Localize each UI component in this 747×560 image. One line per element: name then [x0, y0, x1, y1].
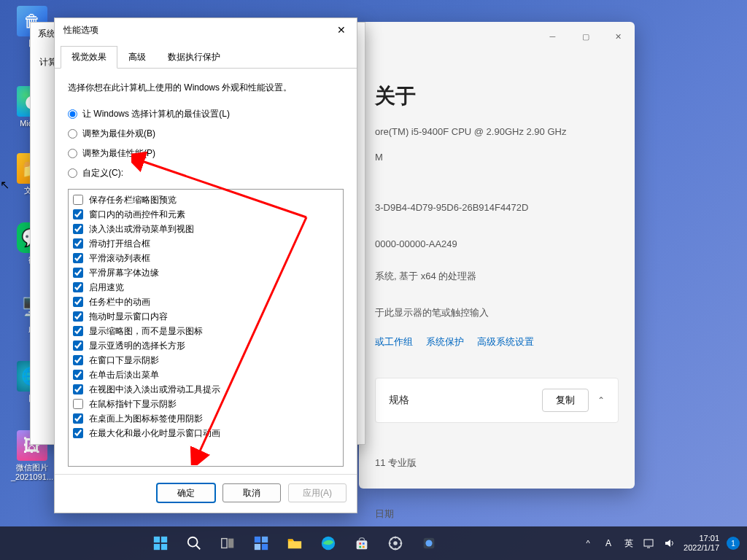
effect-label: 任务栏中的动画 — [89, 296, 150, 308]
widgets-button[interactable] — [247, 529, 276, 558]
radio-custom[interactable]: 自定义(C): — [68, 167, 344, 179]
effect-label: 保存任务栏缩略图预览 — [89, 194, 177, 206]
effect-checkbox[interactable] — [73, 268, 83, 278]
effect-checkbox[interactable] — [73, 428, 83, 438]
cancel-button[interactable]: 取消 — [222, 483, 281, 502]
link-protection[interactable]: 系统保护 — [426, 335, 464, 349]
effect-checkbox-row[interactable]: 在视图中淡入淡出或滑动工具提示 — [73, 382, 338, 397]
effect-checkbox[interactable] — [73, 399, 83, 409]
radio-custom-input[interactable] — [68, 168, 77, 178]
store-icon — [354, 535, 370, 551]
volume-tray-icon[interactable] — [663, 537, 676, 550]
radio-performance[interactable]: 调整为最佳性能(P) — [68, 147, 344, 160]
minimize-button[interactable]: ─ — [536, 26, 569, 47]
effect-checkbox[interactable] — [73, 370, 83, 380]
tab-advanced[interactable]: 高级 — [117, 46, 157, 69]
effect-checkbox[interactable] — [73, 238, 83, 249]
svg-rect-12 — [254, 544, 260, 550]
explorer-button[interactable] — [280, 529, 309, 558]
effect-checkbox-row[interactable]: 平滑屏幕字体边缘 — [73, 265, 338, 280]
radio-appearance-input[interactable] — [68, 129, 77, 139]
notification-badge[interactable]: 1 — [727, 537, 740, 550]
copy-button[interactable]: 复制 — [542, 389, 589, 412]
effect-checkbox[interactable] — [73, 224, 83, 234]
effect-checkbox-row[interactable]: 启用速览 — [73, 280, 338, 295]
svg-rect-13 — [261, 544, 267, 550]
apply-button[interactable]: 应用(A) — [288, 483, 347, 502]
taskbar-tray: ^ A 英 17:01 2022/1/17 1 — [581, 534, 740, 553]
tray-chevron[interactable]: ^ — [581, 537, 595, 550]
svg-rect-25 — [644, 540, 653, 546]
radio-auto[interactable]: 让 Windows 选择计算机的最佳设置(L) — [68, 108, 344, 120]
effect-checkbox[interactable] — [73, 311, 83, 322]
network-tray-icon[interactable] — [643, 537, 656, 550]
effect-checkbox-row[interactable]: 滑动打开组合框 — [73, 236, 338, 251]
effect-label: 在窗口下显示阴影 — [89, 354, 159, 367]
radio-appearance[interactable]: 调整为最佳外观(B) — [68, 128, 344, 140]
effect-label: 在视图中淡入淡出或滑动工具提示 — [89, 384, 220, 396]
ime-mode[interactable]: A — [602, 537, 615, 550]
effect-checkbox[interactable] — [73, 209, 83, 219]
store-button[interactable] — [347, 529, 376, 558]
effect-checkbox[interactable] — [73, 384, 83, 394]
link-advanced[interactable]: 高级系统设置 — [477, 335, 534, 349]
ok-button[interactable]: 确定 — [157, 483, 215, 502]
edge-button[interactable] — [314, 529, 343, 558]
effect-checkbox[interactable] — [73, 297, 83, 307]
search-button[interactable] — [179, 529, 209, 558]
maximize-button[interactable]: ▢ — [569, 26, 602, 47]
effect-checkbox-row[interactable]: 任务栏中的动画 — [73, 295, 338, 309]
widgets-icon — [253, 535, 269, 551]
effect-label: 显示缩略图，而不是显示图标 — [89, 325, 203, 338]
svg-rect-10 — [254, 537, 260, 542]
taskbar-center — [7, 529, 581, 558]
perf-close-button[interactable]: ✕ — [332, 22, 351, 38]
close-button[interactable]: ✕ — [602, 26, 635, 47]
radio-performance-input[interactable] — [68, 149, 77, 158]
ime-lang[interactable]: 英 — [622, 537, 635, 550]
settings-button[interactable] — [381, 529, 410, 558]
radio-auto-input[interactable] — [68, 109, 77, 119]
tab-visual-effects[interactable]: 视觉效果 — [61, 46, 117, 69]
effect-checkbox-row[interactable]: 拖动时显示窗口内容 — [73, 309, 338, 324]
effect-checkbox-row[interactable]: 保存任务栏缩略图预览 — [73, 192, 338, 207]
product-id: 0000-00000-AA249 — [375, 237, 619, 252]
effect-checkbox-row[interactable]: 在窗口下显示阴影 — [73, 353, 338, 368]
svg-rect-2 — [153, 537, 159, 542]
svg-rect-4 — [153, 544, 159, 550]
effect-checkbox[interactable] — [73, 413, 83, 424]
link-workgroup[interactable]: 或工作组 — [375, 335, 413, 349]
tab-dep[interactable]: 数据执行保护 — [157, 46, 231, 69]
ram-info: M — [375, 150, 619, 165]
effect-checkbox[interactable] — [73, 195, 83, 205]
spec-row[interactable]: 规格 复制 ⌃ — [375, 378, 619, 423]
effect-checkbox[interactable] — [73, 282, 83, 292]
effect-checkbox[interactable] — [73, 253, 83, 263]
clock-date: 2022/1/17 — [684, 543, 719, 553]
effects-checklist[interactable]: 保存任务栏缩略图预览窗口内的动画控件和元素淡入淡出或滑动菜单到视图滑动打开组合框… — [68, 189, 344, 467]
effect-checkbox[interactable] — [73, 341, 83, 351]
effect-checkbox-row[interactable]: 平滑滚动列表框 — [73, 251, 338, 265]
effect-checkbox[interactable] — [73, 355, 83, 365]
effect-checkbox-row[interactable]: 在桌面上为图标标签使用阴影 — [73, 411, 338, 426]
effect-checkbox-row[interactable]: 在单击后淡出菜单 — [73, 368, 338, 382]
clock-time: 17:01 — [684, 534, 719, 543]
effect-checkbox-row[interactable]: 在最大化和最小化时显示窗口动画 — [73, 426, 338, 440]
effect-checkbox-row[interactable]: 在鼠标指针下显示阴影 — [73, 397, 338, 411]
effect-checkbox-row[interactable]: 显示亚透明的选择长方形 — [73, 338, 338, 353]
settings-titlebar: ─ ▢ ✕ — [359, 22, 635, 50]
svg-line-7 — [196, 545, 200, 550]
effect-checkbox-row[interactable]: 显示缩略图，而不是显示图标 — [73, 324, 338, 338]
effect-checkbox-row[interactable]: 淡入淡出或滑动菜单到视图 — [73, 222, 338, 236]
effect-checkbox[interactable] — [73, 326, 83, 336]
taskbar-clock[interactable]: 17:01 2022/1/17 — [684, 534, 719, 553]
start-button[interactable] — [146, 529, 175, 558]
effect-checkbox-row[interactable]: 窗口内的动画控件和元素 — [73, 207, 338, 222]
effect-label: 在鼠标指针下显示阴影 — [89, 398, 177, 411]
effect-label: 窗口内的动画控件和元素 — [89, 209, 185, 221]
app-button[interactable] — [414, 529, 444, 558]
effect-label: 平滑屏幕字体边缘 — [89, 267, 159, 279]
svg-rect-11 — [261, 537, 267, 542]
taskview-button[interactable] — [213, 529, 242, 558]
app-icon — [421, 535, 437, 551]
